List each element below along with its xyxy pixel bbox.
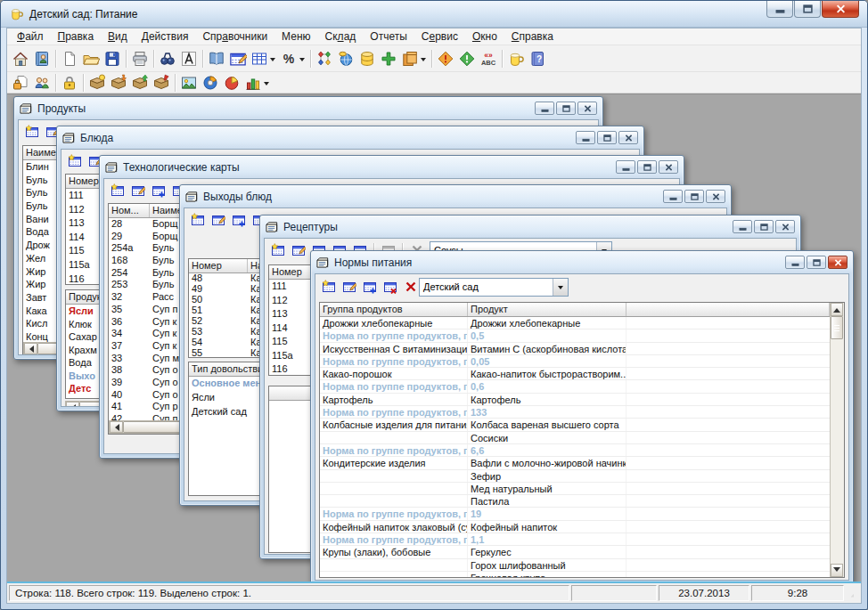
remove-icon[interactable] [402,279,419,296]
table-row[interactable]: Кондитерские изделияВафли с молочно-жиро… [320,457,844,469]
table-row[interactable]: Норма по группе продуктов, г0,05 [320,355,844,368]
box-unpack-icon[interactable] [86,73,108,93]
users-icon[interactable] [31,73,53,93]
combobox-dropdown-icon[interactable] [553,279,568,296]
menu-item[interactable]: Окно [465,28,504,45]
vertical-scrollbar[interactable] [830,303,844,577]
close-button[interactable] [577,102,597,115]
menu-item[interactable]: Отчеты [363,28,414,45]
add-record-icon[interactable] [361,279,378,296]
table-row[interactable]: Норма по группе продуктов, г19 [320,508,844,520]
maximize-button[interactable] [684,190,704,203]
table-row[interactable]: Крупы (злаки), бобовыеГеркулес [320,546,844,558]
menu-item[interactable]: Правка [51,28,102,45]
resize-grip[interactable] [846,585,859,601]
bar-chart-icon[interactable] [242,73,272,93]
close-button[interactable] [659,160,678,174]
close-button[interactable] [706,190,725,203]
table-row[interactable]: КартофельКартофель [320,394,844,406]
scroll-left-icon[interactable] [66,402,79,407]
table-row[interactable]: Искусственная С витаминизация г...Витами… [320,343,844,355]
menu-item[interactable]: Сервис [414,28,465,45]
warning-green-icon[interactable] [456,48,478,69]
table-row[interactable]: Норма по группе продуктов, г1,1 [320,533,844,546]
table-row[interactable]: Норма по группе продуктов, г133 [320,406,844,419]
package-icon[interactable] [399,48,429,69]
pie-chart-icon[interactable] [221,73,242,93]
database-icon[interactable] [356,48,378,69]
new-record-icon[interactable] [66,153,83,170]
close-button[interactable] [775,220,795,233]
find-icon[interactable] [157,48,178,69]
scroll-down-icon[interactable] [831,564,843,577]
column-header[interactable]: Номер [189,259,248,272]
add-record-icon[interactable] [230,212,247,229]
table-row[interactable]: Мед натуральный [320,483,844,495]
table-row[interactable]: Колбасные изделия для питания д...Колбас… [320,419,844,431]
book-icon[interactable] [206,48,227,69]
print-icon[interactable] [129,48,151,69]
scroll-left-icon[interactable] [24,343,37,354]
minimize-button[interactable] [733,220,752,233]
globe-icon[interactable] [335,48,356,69]
box-pack-icon[interactable] [108,73,129,93]
scrollbar-thumb[interactable] [831,316,843,339]
new-record-icon[interactable] [109,183,126,199]
address-book-icon[interactable] [31,48,53,69]
table-row[interactable]: Пастила [320,495,844,508]
structure-diamonds-icon[interactable] [314,48,335,69]
close-button[interactable] [828,256,848,269]
mug-session-icon[interactable] [505,48,527,69]
font-icon[interactable] [178,48,200,69]
menu-item[interactable]: Склад [318,28,364,45]
menu-item[interactable]: Вид [101,28,135,45]
add-record-icon[interactable] [150,183,167,199]
new-document-icon[interactable] [59,48,80,69]
menu-item[interactable]: Действия [135,28,196,45]
menu-item[interactable]: Справочники [195,28,274,45]
edit-record-icon[interactable] [209,212,226,229]
window-normy[interactable]: Нормы питания [310,250,854,583]
new-record-icon[interactable] [320,279,337,296]
table-row[interactable]: Зефир [320,470,844,483]
minimize-button[interactable] [576,131,595,144]
minimize-button[interactable] [535,102,554,115]
maximize-button[interactable] [637,160,657,174]
maximize-button[interactable] [556,102,576,115]
maximize-button[interactable] [794,1,821,18]
percent-icon[interactable] [278,48,307,69]
add-icon[interactable] [378,48,399,69]
box-in-icon[interactable] [129,73,151,93]
table-row[interactable]: Норма по группе продуктов, г0,6 [320,380,844,393]
close-button[interactable] [618,131,638,144]
minimize-button[interactable] [766,1,793,18]
table-row[interactable]: Кофейный напиток злаковый (сурр...Кофейн… [320,521,844,533]
new-record-icon[interactable] [23,124,40,141]
table-row[interactable]: Норма по группе продуктов, г6,6 [320,444,844,457]
table-row[interactable]: Гречневая крупа [320,572,844,578]
close-button[interactable] [822,1,859,18]
menu-item[interactable]: Файл [10,28,51,45]
table-row[interactable]: Горох шлифованный [320,559,844,572]
home-icon[interactable] [10,48,31,69]
scroll-left-icon[interactable] [110,421,123,433]
menu-item[interactable]: Справка [504,28,561,45]
column-header[interactable]: Ном... [109,204,150,217]
spellcheck-icon[interactable] [478,48,499,69]
picture-icon[interactable] [178,73,200,93]
table-row[interactable]: Сосиски [320,432,844,444]
edit-table-icon[interactable] [227,48,249,69]
maximize-button[interactable] [807,256,826,269]
norms-type-combobox[interactable]: Детский сад [419,278,569,297]
table-row[interactable]: Дрожжи хлебопекарныеДрожжи хлебопекарные [320,317,844,329]
box-out-icon[interactable] [151,73,172,93]
column-header[interactable]: Продукт [468,303,626,316]
menu-item[interactable]: Меню [274,28,317,45]
lock-document-icon[interactable] [10,73,31,93]
minimize-button[interactable] [663,190,683,203]
maximize-button[interactable] [597,131,617,144]
new-record-icon[interactable] [269,242,286,259]
table-row[interactable]: Норма по группе продуктов, г0,5 [320,329,844,342]
scroll-up-icon[interactable] [831,303,843,316]
new-record-icon[interactable] [189,212,206,229]
